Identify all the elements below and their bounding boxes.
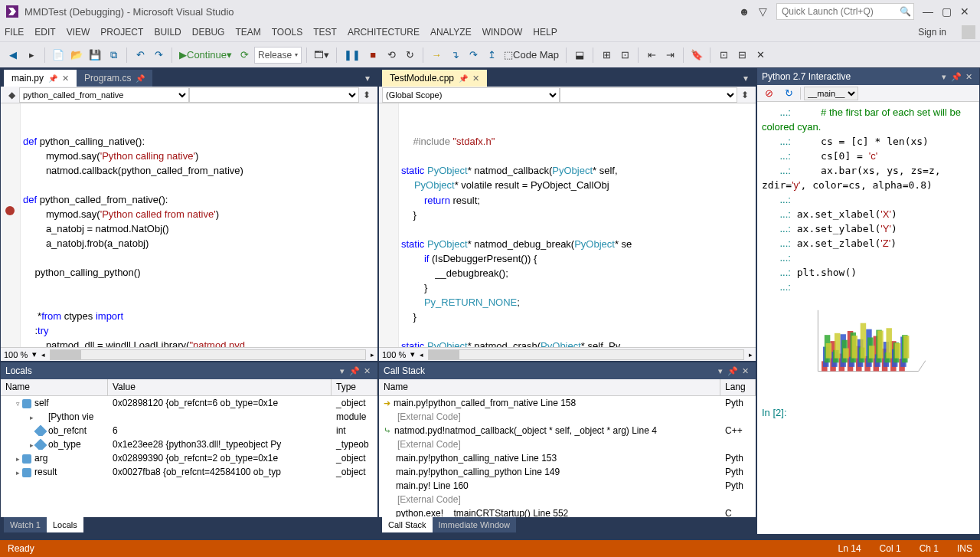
- locals-row[interactable]: ▸result 0x0027fba8 {ob_refcnt=42584100 o…: [1, 465, 377, 479]
- tab-immediate[interactable]: Immediate Window: [433, 517, 517, 532]
- menu-tools[interactable]: TOOLS: [272, 27, 302, 38]
- menu-analyze[interactable]: ANALYZE: [430, 27, 472, 38]
- menu-edit[interactable]: EDIT: [34, 27, 55, 38]
- tb-x6[interactable]: ⊡: [715, 47, 732, 64]
- step-over-button[interactable]: ↷: [465, 47, 482, 64]
- menu-test[interactable]: TEST: [313, 27, 337, 38]
- step-out-button[interactable]: ↥: [483, 47, 500, 64]
- tab-callstack[interactable]: Call Stack: [382, 517, 433, 532]
- menu-team[interactable]: TEAM: [235, 27, 260, 38]
- pin-icon[interactable]: 📌: [727, 366, 739, 376]
- stop-button[interactable]: ■: [364, 47, 381, 64]
- close-icon[interactable]: ✕: [962, 72, 975, 82]
- maximize-button[interactable]: ▢: [937, 2, 956, 21]
- menu-help[interactable]: HELP: [533, 27, 557, 38]
- stack-row[interactable]: [External Code]: [379, 493, 756, 506]
- tb-x8[interactable]: ✕: [752, 47, 769, 64]
- code-editor-mid[interactable]: #include "stdafx.h" ⊟static PyObject* na…: [379, 103, 756, 347]
- locals-row[interactable]: ob_refcnt 6int: [1, 424, 377, 437]
- outdent-button[interactable]: ⇤: [643, 47, 660, 64]
- sign-in-link[interactable]: Sign in: [918, 27, 946, 38]
- h-scrollbar[interactable]: [50, 349, 366, 360]
- config-dropdown[interactable]: Release▾: [254, 47, 302, 64]
- tb-x2[interactable]: ⊞: [598, 47, 615, 64]
- menu-architecture[interactable]: ARCHITECTURE: [348, 27, 420, 38]
- tb-x3[interactable]: ⊡: [616, 47, 633, 64]
- split-icon[interactable]: ⬍: [737, 90, 753, 100]
- step-into-button[interactable]: ↴: [446, 47, 463, 64]
- stack-row[interactable]: main.py!python_calling_python Line 149Py…: [379, 465, 756, 479]
- locals-row[interactable]: ▸[Python vie module: [1, 410, 377, 424]
- redo-button[interactable]: ↷: [150, 47, 167, 64]
- menu-view[interactable]: VIEW: [67, 27, 90, 38]
- restart-button[interactable]: ⟳: [236, 47, 253, 64]
- breakpoint-icon[interactable]: [5, 206, 15, 215]
- menu-debug[interactable]: DEBUG: [192, 27, 225, 38]
- pause-button[interactable]: ❚❚: [341, 47, 363, 64]
- tb-x1[interactable]: ⬓: [571, 47, 588, 64]
- locals-row[interactable]: ▸ob_type 0x1e23ee28 {python33.dll!_typeo…: [1, 437, 377, 451]
- tab-testmodule-cpp[interactable]: TestModule.cpp📌✕: [382, 70, 487, 87]
- stack-row[interactable]: ⤷natmod.pyd!natmod_callback(_object * se…: [379, 424, 756, 437]
- notifications-icon[interactable]: ▽: [753, 2, 772, 21]
- stack-row[interactable]: python.exe!__tmainCRTStartup() Line 552C: [379, 506, 756, 517]
- member-dropdown[interactable]: python_called_from_native: [19, 87, 189, 103]
- menu-file[interactable]: FILE: [5, 27, 24, 38]
- split-icon[interactable]: ⬍: [359, 90, 374, 100]
- stack-row[interactable]: [External Code]: [379, 437, 756, 451]
- close-icon[interactable]: ✕: [361, 366, 373, 376]
- tab-overflow-button[interactable]: ▾: [736, 70, 756, 87]
- stack-row[interactable]: main.py! Line 160Pyth: [379, 479, 756, 493]
- tab-watch1[interactable]: Watch 1: [4, 517, 47, 532]
- zoom-level[interactable]: 100 %: [4, 350, 28, 359]
- tab-overflow-button[interactable]: ▾: [358, 70, 377, 87]
- locals-row[interactable]: ▸arg 0x02899390 {ob_refcnt=2 ob_type=0x1…: [1, 451, 377, 465]
- stack-row[interactable]: [External Code]: [379, 410, 756, 424]
- repl-output[interactable]: ...: # the first bar of each set will be…: [757, 102, 979, 534]
- repl-reset-button[interactable]: ⊘: [760, 85, 777, 102]
- save-button[interactable]: 💾: [87, 47, 103, 64]
- close-button[interactable]: ✕: [956, 2, 974, 21]
- dropdown-icon[interactable]: ▾: [336, 366, 348, 376]
- member-dropdown[interactable]: [560, 87, 737, 103]
- tab-locals[interactable]: Locals: [47, 517, 83, 532]
- codemap-button[interactable]: ⬚ Code Map: [501, 47, 561, 64]
- open-button[interactable]: 📂: [68, 47, 85, 64]
- tb-x7[interactable]: ⊟: [733, 47, 750, 64]
- minimize-button[interactable]: —: [919, 2, 937, 21]
- nav-fwd-button[interactable]: ▸: [23, 47, 40, 64]
- indent-button[interactable]: ⇥: [662, 47, 678, 64]
- quick-launch-input[interactable]: [776, 3, 914, 20]
- process-button[interactable]: 🗔▾: [312, 47, 332, 64]
- locals-row[interactable]: ▿self 0x02898120 {ob_refcnt=6 ob_type=0x…: [1, 396, 377, 410]
- tab-main-py[interactable]: main.py📌✕: [4, 70, 77, 87]
- col-lang[interactable]: Lang: [720, 379, 756, 395]
- col-type[interactable]: Type: [332, 379, 377, 395]
- save-all-button[interactable]: ⧉: [105, 47, 122, 64]
- col-name[interactable]: Name: [379, 379, 720, 395]
- new-button[interactable]: 📄: [50, 47, 67, 64]
- scope-dropdown[interactable]: (Global Scope): [382, 87, 560, 103]
- tab-program-cs[interactable]: Program.cs📌: [77, 70, 152, 87]
- dropdown-icon[interactable]: ▾: [938, 72, 950, 82]
- user-icon[interactable]: [962, 25, 975, 39]
- zoom-level[interactable]: 100 %: [382, 350, 406, 359]
- col-value[interactable]: Value: [108, 379, 332, 395]
- col-name[interactable]: Name: [1, 379, 108, 395]
- stack-row[interactable]: main.py!python_calling_native Line 153Py…: [379, 451, 756, 465]
- stack-row[interactable]: ➜main.py!python_called_from_native Line …: [379, 396, 756, 410]
- nav-back-button[interactable]: ◀: [5, 47, 21, 64]
- h-scrollbar[interactable]: [428, 349, 744, 360]
- undo-button[interactable]: ↶: [132, 47, 149, 64]
- menu-build[interactable]: BUILD: [154, 27, 181, 38]
- repl-refresh-button[interactable]: ↻: [780, 85, 797, 102]
- pin-icon[interactable]: 📌: [950, 72, 962, 82]
- next-stmt-button[interactable]: ↻: [401, 47, 418, 64]
- bookmark-button[interactable]: 🔖: [688, 47, 705, 64]
- dropdown-icon[interactable]: ▾: [714, 366, 727, 376]
- menu-window[interactable]: WINDOW: [482, 27, 523, 38]
- menu-project[interactable]: PROJECT: [100, 27, 143, 38]
- show-next-button[interactable]: →: [428, 47, 445, 64]
- code-editor-left[interactable]: ⊟def python_calling_native(): mymod.say(…: [1, 103, 377, 347]
- refresh-button[interactable]: ⟲: [383, 47, 400, 64]
